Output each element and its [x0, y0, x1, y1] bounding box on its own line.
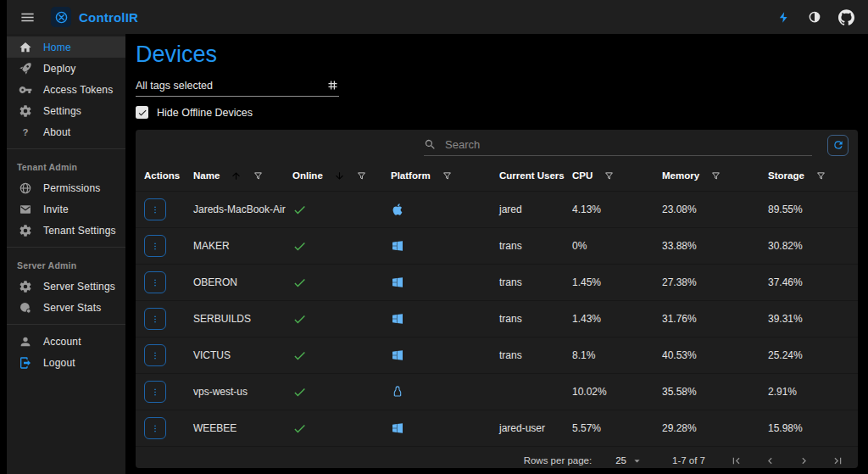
memory-value: 23.08% — [662, 204, 768, 215]
previous-page-button[interactable] — [761, 452, 778, 468]
sidebar-item-home[interactable]: Home — [7, 36, 125, 58]
person-icon — [19, 335, 32, 349]
column-label: Platform — [391, 170, 431, 181]
filter-icon[interactable] — [356, 170, 367, 181]
cpu-value: 5.57% — [572, 422, 662, 434]
online-status — [292, 239, 391, 254]
cpu-value: 1.45% — [572, 276, 662, 288]
apple-icon — [391, 203, 404, 216]
table-footer: Rows per page: 25 1-7 of 7 — [136, 447, 858, 468]
logout-icon — [19, 356, 32, 370]
cpu-value: 0% — [572, 240, 662, 252]
refresh-icon — [832, 139, 844, 151]
filter-icon[interactable] — [442, 170, 453, 181]
filter-icon[interactable] — [710, 170, 721, 181]
column-header-name[interactable]: Name — [193, 170, 292, 181]
platform-cell — [391, 421, 499, 435]
rows-per-page-select[interactable]: 25 — [610, 454, 648, 468]
main-content: Devices All tags selected Hide Offline D… — [125, 34, 868, 474]
mail-icon — [19, 203, 32, 216]
device-name: SERBUILDS — [193, 313, 292, 325]
memory-value: 35.58% — [662, 386, 768, 398]
storage-value: 39.31% — [768, 313, 849, 325]
app-root: ControlIR HomeDeployAccess TokensSetting… — [0, 0, 868, 474]
checkmark-icon — [137, 108, 147, 118]
sidebar-item-access-tokens[interactable]: Access Tokens — [7, 79, 125, 100]
page-title: Devices — [136, 42, 858, 68]
first-page-button[interactable] — [727, 452, 744, 468]
online-check-icon — [292, 312, 307, 326]
row-actions-button[interactable] — [144, 417, 166, 439]
row-actions-button[interactable] — [144, 271, 166, 293]
last-page-icon — [832, 454, 844, 467]
sidebar-item-label: Tenant Settings — [43, 225, 116, 237]
sidebar-section-label-server-admin: Server Admin — [7, 254, 125, 276]
column-header-cpu[interactable]: CPU — [572, 170, 662, 181]
online-status — [292, 203, 391, 217]
column-header-online[interactable]: Online — [292, 170, 391, 181]
sidebar-item-about[interactable]: About — [7, 121, 125, 142]
windows-icon — [391, 312, 404, 326]
device-name: VICTUS — [193, 349, 292, 361]
row-actions-button[interactable] — [144, 198, 166, 220]
filter-icon[interactable] — [253, 170, 264, 181]
first-page-icon — [730, 454, 743, 467]
theme-toggle-icon[interactable] — [804, 7, 825, 27]
sidebar-item-invite[interactable]: Invite — [7, 198, 125, 220]
hide-offline-label: Hide Offline Devices — [157, 107, 253, 119]
sidebar-divider — [7, 324, 125, 325]
memory-value: 33.88% — [662, 240, 768, 252]
online-status — [292, 421, 391, 436]
current-users: trans — [499, 349, 572, 361]
sidebar-item-permissions[interactable]: Permissions — [7, 177, 125, 198]
lightning-bolt-icon[interactable] — [773, 7, 793, 27]
online-status — [292, 276, 391, 290]
next-page-button[interactable] — [795, 452, 812, 468]
tag-filter-select[interactable]: All tags selected — [136, 79, 339, 97]
dots-vertical-icon — [150, 313, 160, 326]
sidebar-item-settings[interactable]: Settings — [7, 100, 125, 121]
hide-offline-checkbox[interactable] — [136, 106, 148, 119]
row-actions-button[interactable] — [144, 308, 166, 330]
table-toolbar — [136, 130, 858, 160]
platform-cell — [391, 203, 499, 216]
github-icon[interactable] — [836, 7, 856, 27]
topbar-actions — [773, 7, 856, 27]
row-actions-button[interactable] — [144, 235, 166, 257]
tag-hash-icon[interactable] — [326, 79, 339, 92]
sort-asc-icon[interactable] — [231, 170, 242, 181]
windows-icon — [391, 421, 404, 435]
sidebar-item-deploy[interactable]: Deploy — [7, 58, 125, 79]
platform-cell — [391, 385, 499, 399]
last-page-button[interactable] — [829, 452, 846, 468]
refresh-button[interactable] — [827, 135, 849, 156]
sidebar-item-logout[interactable]: Logout — [7, 352, 125, 373]
sidebar-item-label: Access Tokens — [43, 84, 113, 96]
hamburger-menu-icon[interactable] — [16, 6, 38, 28]
search-input[interactable] — [443, 137, 812, 152]
column-header-current-users[interactable]: Current Users — [499, 170, 572, 181]
gear-icon — [19, 224, 32, 237]
sidebar-item-server-settings[interactable]: Server Settings — [7, 276, 125, 297]
home-icon — [19, 41, 32, 54]
platform-cell — [391, 276, 499, 289]
column-header-platform[interactable]: Platform — [391, 170, 499, 181]
online-check-icon — [292, 276, 307, 290]
column-label: Memory — [662, 170, 699, 181]
device-name: MAKER — [193, 240, 292, 252]
dots-vertical-icon — [150, 386, 160, 399]
pager — [727, 452, 846, 468]
column-header-storage[interactable]: Storage — [768, 170, 849, 181]
sidebar-nav: HomeDeployAccess TokensSettingsAboutTena… — [7, 34, 125, 474]
sidebar-item-account[interactable]: Account — [7, 331, 125, 352]
row-actions-button[interactable] — [144, 381, 166, 403]
filter-icon[interactable] — [815, 170, 826, 181]
filter-icon[interactable] — [604, 170, 615, 181]
column-header-actions[interactable]: Actions — [144, 170, 193, 181]
row-actions-button[interactable] — [144, 344, 166, 366]
windows-icon — [391, 349, 404, 362]
column-header-memory[interactable]: Memory — [662, 170, 768, 181]
sort-desc-icon[interactable] — [334, 170, 345, 181]
sidebar-item-tenant-settings[interactable]: Tenant Settings — [7, 220, 125, 241]
sidebar-item-server-stats[interactable]: Server Stats — [7, 297, 125, 318]
